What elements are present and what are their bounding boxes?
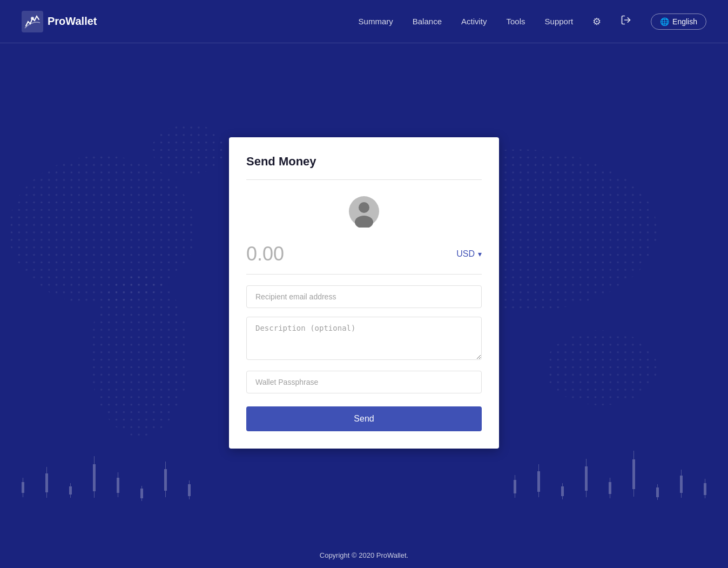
svg-rect-0 [22, 11, 43, 32]
passphrase-input[interactable] [246, 371, 482, 393]
card-divider [246, 179, 482, 180]
copyright-text: Copyright © 2020 ProWallet. [320, 551, 408, 559]
globe-icon: 🌐 [660, 17, 669, 26]
logo-icon [22, 11, 43, 32]
amount-input[interactable] [246, 243, 354, 265]
brand-name: ProWallet [48, 15, 97, 28]
nav-summary[interactable]: Summary [359, 17, 393, 26]
main-content: Send Money USD ▾ [0, 116, 728, 470]
nav-balance[interactable]: Balance [413, 17, 442, 26]
card-title: Send Money [246, 155, 482, 169]
footer: Copyright © 2020 ProWallet. [0, 543, 728, 568]
language-label: English [672, 17, 697, 26]
avatar-area [246, 195, 482, 228]
background-wrapper: Send Money USD ▾ [0, 43, 728, 543]
amount-row: USD ▾ [246, 243, 482, 275]
nav-tools[interactable]: Tools [507, 17, 525, 26]
logo-area[interactable]: ProWallet [22, 11, 97, 32]
send-button[interactable]: Send [246, 406, 482, 431]
nav-links: Summary Balance Activity Tools Support ⚙… [359, 14, 706, 30]
currency-selector[interactable]: USD ▾ [456, 249, 482, 259]
user-avatar-icon [348, 195, 380, 228]
currency-dropdown-icon: ▾ [478, 250, 482, 258]
svg-point-1 [31, 17, 34, 20]
description-input[interactable] [246, 317, 482, 360]
logout-icon[interactable] [621, 15, 631, 28]
navbar: ProWallet Summary Balance Activity Tools… [0, 0, 728, 43]
settings-icon[interactable]: ⚙ [592, 16, 601, 28]
send-money-card: Send Money USD ▾ [229, 137, 499, 449]
recipient-email-input[interactable] [246, 285, 482, 308]
nav-support[interactable]: Support [545, 17, 574, 26]
currency-label: USD [456, 249, 475, 259]
svg-point-12 [359, 202, 369, 213]
language-button[interactable]: 🌐 English [651, 14, 706, 30]
nav-activity[interactable]: Activity [461, 17, 487, 26]
